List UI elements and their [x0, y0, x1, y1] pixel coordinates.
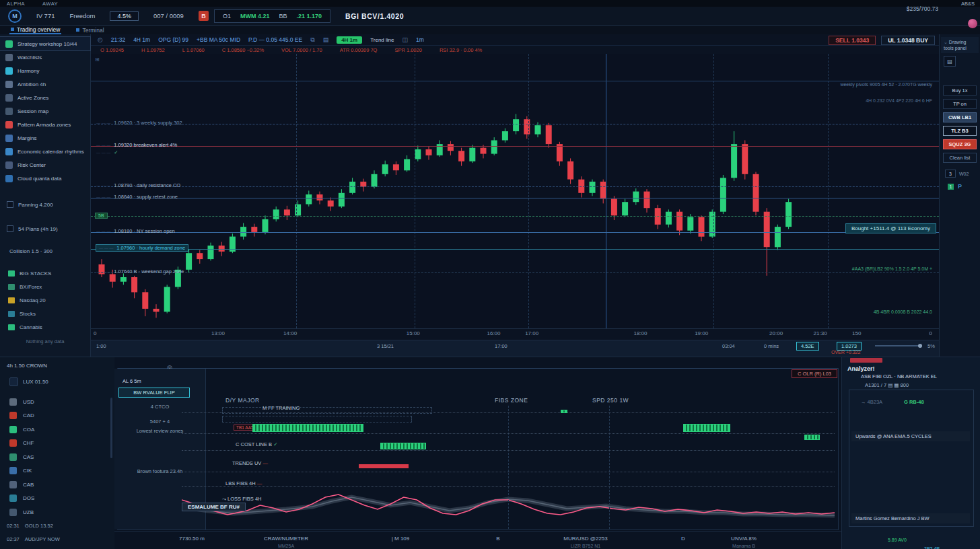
bought-position-label[interactable]: Bought +1511.4 @ 113 Economy: [845, 223, 936, 233]
menu-item[interactable]: AWAY: [42, 1, 58, 7]
lot-input-row: W02: [945, 170, 980, 178]
price-level-label[interactable]: 1.09620 · 3 weekly supply 302: [96, 120, 182, 126]
price-level-label[interactable]: ✓: [96, 149, 118, 155]
market-item[interactable]: BX/Forex: [0, 280, 90, 293]
zoom-slider[interactable]: [875, 345, 922, 346]
filter-row[interactable]: 54 Plans (4h 19): [0, 217, 90, 241]
trend-badge[interactable]: 4H 1m: [337, 36, 362, 44]
drawing-tools-header[interactable]: ⌄ Drawing tools panel: [941, 37, 979, 53]
watchlist-row[interactable]: DOS: [0, 492, 114, 506]
trade-button[interactable]: TP on: [943, 99, 977, 109]
timeframe-mini[interactable]: 1m: [416, 36, 424, 43]
candle: [622, 202, 628, 215]
symbol-icon: [9, 453, 17, 461]
indicator-row-label[interactable]: ⤳ LOSS FIBS 4H: [222, 496, 262, 503]
sidebar-item[interactable]: Cloud quanta data: [0, 172, 90, 185]
watchlist-row[interactable]: USD: [0, 395, 114, 409]
panel-footer-item: B: [496, 536, 499, 542]
candle: [415, 149, 421, 159]
news-row-upwards[interactable]: Upwards @ ANA EMA.5 CYCLES: [851, 431, 970, 441]
market-item[interactable]: Cannabis: [0, 320, 90, 334]
market-item[interactable]: BIG STACKS: [0, 266, 90, 280]
toolbar-chip[interactable]: 21:32: [111, 36, 125, 43]
sidebar-item[interactable]: Margins: [0, 131, 90, 145]
checkbox-icon[interactable]: [7, 225, 13, 232]
workspace-tab[interactable]: Trading overview: [9, 26, 61, 34]
indicator-row-label[interactable]: M FF TRAINING: [262, 405, 300, 411]
oscillator-label-box[interactable]: ESMALUME BF RU#: [182, 503, 246, 511]
toolbar-chip[interactable]: 4H 1m: [133, 36, 150, 43]
trade-button[interactable]: Clean list: [943, 153, 977, 163]
layout-icon[interactable]: ◫: [402, 36, 408, 43]
sidebar-item[interactable]: Risk Center: [0, 158, 90, 172]
price-box-button[interactable]: 4.52E: [796, 342, 819, 351]
document-icon[interactable]: ▤: [944, 56, 956, 67]
trade-button[interactable]: Buy 1x: [943, 85, 977, 96]
trade-button[interactable]: SQUZ 3G: [943, 139, 977, 149]
watchlist-scrollbar[interactable]: [110, 398, 112, 458]
watchlist-footer1[interactable]: 02:31 GOLD 13.52: [7, 523, 53, 529]
candle: [764, 212, 770, 248]
paypal-icon[interactable]: P: [958, 183, 962, 190]
sidebar-item[interactable]: Active Zones: [0, 91, 90, 104]
price-level-label[interactable]: 1.07640 B · weekend gap zone: [96, 268, 184, 274]
watchlist-row[interactable]: CAB: [0, 478, 114, 492]
watchlist-row[interactable]: CHF: [0, 437, 114, 451]
footer-divider: [114, 531, 841, 532]
watchlist-subheader[interactable]: LUX 01.50: [9, 377, 48, 386]
book-icon[interactable]: ▤: [323, 36, 329, 43]
watchlist-row[interactable]: COA: [0, 423, 114, 437]
menu-item[interactable]: ALPHA: [7, 1, 25, 7]
long-badge[interactable]: 5B: [95, 213, 108, 219]
price-level-label[interactable]: 1.08640 · supply retest zone: [96, 194, 178, 200]
price-level-label[interactable]: 1.08180 · NY session open: [96, 228, 175, 234]
lot-input[interactable]: [945, 170, 956, 178]
buy-button[interactable]: UL 1.0348 BUY: [881, 36, 935, 45]
sidebar-item[interactable]: Session map: [0, 104, 90, 118]
toolbar-chip[interactable]: +BB MA 50c MID: [197, 36, 240, 43]
news-row-author[interactable]: Martins Gomez Bernardino J BW: [851, 513, 970, 523]
price-level-label[interactable]: 1.08790 · daily resistance CO: [96, 182, 180, 188]
candle: [644, 192, 650, 209]
green-square-icon[interactable]: 1: [948, 184, 954, 190]
toolbar-chip[interactable]: OPG (D) 99: [158, 36, 188, 43]
user-avatar[interactable]: [968, 19, 977, 28]
watchlist-footer2[interactable]: 02:37 AUD/JPY NOW: [7, 536, 60, 542]
price-level-label[interactable]: 1.09320 breakeven alert 4%: [96, 142, 177, 148]
filter-row[interactable]: Panning 4.200: [0, 192, 90, 217]
candle: [131, 277, 137, 292]
workspace-tab[interactable]: Terminal: [75, 26, 105, 34]
status-text: 5%: [928, 343, 935, 349]
sidebar-item[interactable]: Ambition 4h: [0, 77, 90, 91]
sidebar-item[interactable]: Pattern Armada zones: [0, 118, 90, 131]
indicator-row-label[interactable]: LBS FIBS 4H —: [225, 480, 262, 486]
indicator-row-label[interactable]: C COST LINE B ✓: [236, 441, 277, 447]
sidebar-item[interactable]: Harmony: [0, 64, 90, 77]
annotation-label: weekly pivots 9005 4H 52 · 2.070TG weekl…: [840, 82, 932, 87]
app-logo[interactable]: M: [8, 9, 22, 23]
trade-button[interactable]: CWB LB1: [943, 112, 977, 122]
alert-badge[interactable]: B: [199, 11, 209, 21]
sidebar-item[interactable]: Economic calendar rhythms: [0, 145, 90, 158]
price-level-label[interactable]: 1.07960 · hourly demand zone: [96, 245, 188, 251]
indicator-row-label[interactable]: TRENDS UV —: [232, 460, 268, 466]
market-item[interactable]: Nasdaq 20: [0, 293, 90, 307]
watchlist-row[interactable]: CAD: [0, 409, 114, 423]
clock-icon[interactable]: ◴: [98, 36, 103, 43]
watchlist-row[interactable]: CAS: [0, 450, 114, 464]
checkbox-icon[interactable]: [7, 201, 13, 208]
trade-button[interactable]: TLZ B3: [943, 126, 977, 136]
camera-icon[interactable]: ⧉: [310, 36, 314, 44]
watchlist-row[interactable]: CIK: [0, 464, 114, 478]
panel-filter-button[interactable]: C OLR (R) L03: [792, 369, 837, 378]
sidebar-item[interactable]: Watchlists: [0, 50, 90, 64]
analysis-active-tab[interactable]: BW RVALUE FLIP: [118, 388, 190, 398]
risk-box[interactable]: 4.5%: [110, 11, 139, 21]
sidebar-item[interactable]: Strategy workshop 10/44: [0, 37, 90, 50]
toolbar-chip[interactable]: P.D — 0.05 445.0 EE: [248, 36, 302, 43]
signal-segment: [804, 435, 820, 440]
trading-terminal: ALPHAAWAY AB&S M IV 771 Freedom 4.5% 007…: [0, 0, 980, 549]
market-item[interactable]: Stocks: [0, 307, 90, 320]
sell-button[interactable]: SELL 1.0343: [829, 36, 876, 45]
watchlist-row[interactable]: UZB: [0, 505, 114, 519]
